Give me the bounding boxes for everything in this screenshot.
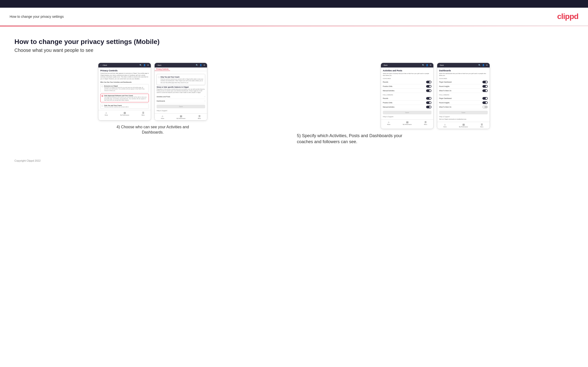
- screen1-title: Privacy Controls: [100, 69, 149, 72]
- radio-option-everyone[interactable]: Everyone on Clippd Everyone on Clippd ca…: [100, 84, 149, 93]
- home-icon: ⌂: [106, 111, 107, 114]
- coaches-manual-label: Manual Activities: [383, 90, 394, 92]
- toggle-dash-followers-player-switch[interactable]: [482, 97, 488, 100]
- right-screens: ‹ Back 🔍 👤 ⚙ Activities and Posts Select…: [381, 63, 490, 129]
- main-content: How to change your privacy settings (Mob…: [0, 26, 588, 154]
- screen1-nav: ‹ < Back 🔍 👤 ⚙: [98, 63, 151, 67]
- screen4-title: Dashboards: [439, 69, 488, 72]
- toggle-coaches-drills-switch[interactable]: [426, 85, 432, 88]
- help-support-desc-4: Visit our Clippd community to troublesho…: [439, 118, 488, 120]
- back-btn-4[interactable]: ‹ Back: [439, 64, 444, 66]
- screen4-desc: Select the dashboards that you'd like to…: [439, 73, 488, 76]
- radio-everyone[interactable]: [102, 85, 103, 87]
- activities-posts-row[interactable]: Activities and Posts ›: [156, 95, 205, 99]
- caption-left: 4) Choose who can see your Activities an…: [114, 125, 191, 135]
- save-btn-4[interactable]: Save: [439, 111, 488, 114]
- search-icon[interactable]: 🔍: [139, 64, 142, 66]
- toggle-followers-rounds-switch[interactable]: [426, 97, 432, 100]
- screen3-bottom-nav: ⌂ Home ▤ My Performance ☰ Menu: [381, 119, 433, 126]
- page-title: How to change your privacy settings (Mob…: [14, 38, 574, 46]
- bottom-nav-menu-1[interactable]: ☰ Menu: [142, 111, 145, 116]
- toggle-coaches-rounds-switch[interactable]: [426, 81, 432, 83]
- bottom-nav-home-4[interactable]: ⌂ Home: [443, 123, 447, 127]
- toggle-followers-manual-switch[interactable]: [426, 106, 432, 108]
- home-icon-3: ⌂: [388, 121, 389, 124]
- logo: clippd: [557, 12, 578, 21]
- toggle-dash-coaches-insights-switch[interactable]: [482, 85, 488, 88]
- screen4-nav: ‹ Back 🔍 👤 ⚙: [437, 63, 490, 67]
- dashboards-row[interactable]: Dashboards ›: [156, 99, 205, 103]
- tooltip-radio-circle: [158, 76, 160, 78]
- help-support-4: Help & Support: [439, 116, 488, 118]
- toggle-followers-drills: Practice Drills: [383, 101, 432, 105]
- copyright: Copyright Clippd 2022: [14, 159, 41, 162]
- screen4-body: Dashboards Select the dashboards that yo…: [437, 67, 490, 120]
- menu-icon-4: ☰: [481, 123, 483, 126]
- bottom-nav-performance-1[interactable]: ▤ My Performance: [120, 111, 129, 116]
- toggle-coaches-rounds: Rounds: [383, 80, 432, 84]
- toggle-followers-rounds: Rounds: [383, 96, 432, 101]
- settings-icon[interactable]: ⚙: [147, 64, 149, 66]
- bottom-nav-performance-4[interactable]: ▤ My Performance: [459, 123, 468, 127]
- profile-icon-4[interactable]: 👤: [482, 64, 484, 66]
- chevron-right-2: ›: [205, 100, 205, 102]
- radio-everyone-text: Everyone on Clippd Everyone on Clippd ca…: [104, 85, 148, 92]
- toggle-dash-coaches-player-switch[interactable]: [482, 81, 488, 83]
- bottom-nav-home-3[interactable]: ⌂ Home: [387, 121, 390, 125]
- menu-icon: ☰: [142, 111, 144, 114]
- chart-icon-4: ▤: [462, 123, 465, 126]
- radio-option-approved[interactable]: Only Approved Followers and Your Coach O…: [100, 94, 149, 102]
- dash-followers-player-label: Player Dashboard: [439, 98, 452, 99]
- screen1-desc: Control how you and your data appears to…: [100, 73, 149, 80]
- profile-icon[interactable]: 👤: [143, 64, 146, 66]
- tooltip-text-block: Only You and Your Coach Only you and the…: [160, 76, 204, 83]
- radio-option-only-you[interactable]: Only You and Your Coach Only you and the…: [100, 103, 149, 109]
- chevron-right-1: ›: [205, 96, 205, 98]
- search-icon-2[interactable]: 🔍: [196, 64, 198, 66]
- activities-posts-label: Activities and Posts: [156, 96, 170, 98]
- toggle-dash-coaches-work-switch[interactable]: [482, 89, 488, 92]
- radio-only-you-text: Only You and Your Coach Only you and the…: [104, 105, 129, 108]
- profile-icon-2[interactable]: 👤: [200, 64, 202, 66]
- dash-followers-insights-label: Round Insights: [439, 102, 450, 103]
- radio-approved-text: Only Approved Followers and Your Coach O…: [104, 95, 148, 101]
- bottom-nav-menu-2[interactable]: ☰ Menu: [198, 115, 201, 119]
- screen3-followers-label: FOLLOWERS: [383, 94, 432, 96]
- screen4-followers-label: FOLLOWERS: [439, 94, 488, 96]
- bottom-nav-performance-3[interactable]: ▤ My Performance: [403, 121, 412, 125]
- bottom-nav-home-2[interactable]: ⌂ Home: [161, 115, 164, 119]
- radio-approved[interactable]: [102, 95, 103, 97]
- settings-icon-2[interactable]: ⚙: [203, 64, 205, 66]
- nav-icons-3: 🔍 👤 ⚙: [422, 64, 432, 66]
- footer: Copyright Clippd 2022: [0, 154, 588, 167]
- dash-coaches-work-label: What To Work On: [439, 90, 451, 92]
- help-support-3: Help & Support: [383, 116, 432, 118]
- bottom-nav-home-1[interactable]: ⌂ Home: [105, 111, 108, 116]
- toggle-followers-manual: Manual Activities: [383, 105, 432, 109]
- screen1-section: Who Can See Your Activities and Dashboar…: [100, 81, 149, 83]
- bottom-nav-menu-3[interactable]: ☰ Menu: [424, 121, 427, 125]
- radio-only-you[interactable]: [102, 105, 103, 107]
- settings-icon-3[interactable]: ⚙: [430, 64, 432, 66]
- toggle-dash-followers-work-switch[interactable]: [482, 106, 488, 108]
- back-btn-1[interactable]: ‹ < Back: [100, 64, 107, 66]
- tooltip-title: Only You and Your Coach: [160, 76, 204, 78]
- tab-privacy-controls[interactable]: Privacy Controls: [155, 67, 170, 71]
- bottom-nav-menu-4[interactable]: ☰ Menu: [480, 123, 483, 127]
- profile-icon-3[interactable]: 👤: [426, 64, 428, 66]
- save-btn-2[interactable]: Save: [156, 105, 205, 108]
- radio-approved-desc: Only approved followers and coaches you …: [104, 96, 148, 101]
- back-btn-3[interactable]: ‹ Back: [383, 64, 388, 66]
- toggle-followers-drills-switch[interactable]: [426, 101, 432, 104]
- toggle-coaches-manual-switch[interactable]: [426, 89, 432, 92]
- save-btn-3[interactable]: Save: [383, 111, 432, 114]
- search-icon-4[interactable]: 🔍: [478, 64, 481, 66]
- toggle-dash-followers-insights-switch[interactable]: [482, 101, 488, 104]
- search-icon-3[interactable]: 🔍: [422, 64, 424, 66]
- radio-only-you-desc: Only you and the coaches you connect wit…: [104, 106, 129, 108]
- back-btn-2[interactable]: ‹ Back: [156, 64, 161, 66]
- settings-icon-4[interactable]: ⚙: [486, 64, 488, 66]
- bottom-nav-performance-2[interactable]: ▤ My Performance: [176, 115, 185, 119]
- show-hide-desc: Regardless of the privacy controls that …: [156, 88, 205, 94]
- toggle-dash-coaches-insights: Round Insights: [439, 84, 488, 89]
